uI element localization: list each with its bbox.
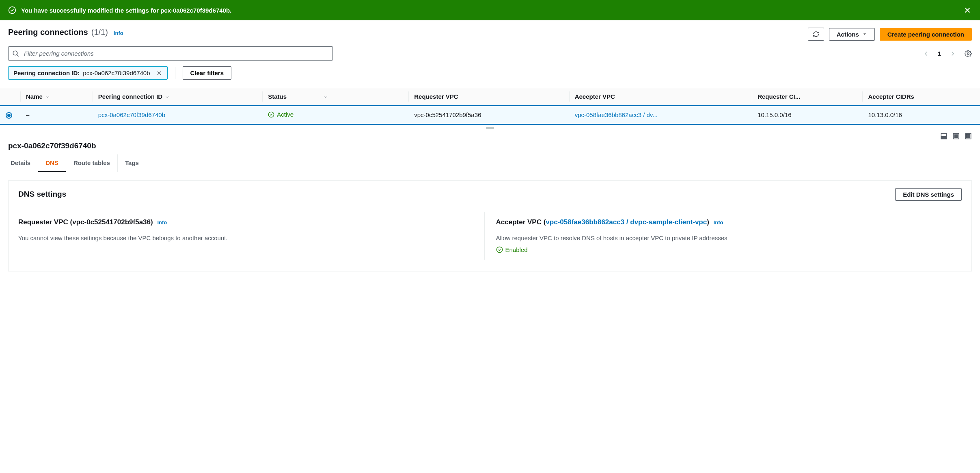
detail-layout-controls [0, 131, 980, 141]
cell-req-cidr: 10.15.0.0/16 [752, 105, 862, 125]
svg-point-1 [13, 51, 17, 55]
svg-point-3 [269, 112, 274, 117]
layout-option-icon[interactable] [952, 132, 960, 140]
acc-prefix: Accepter VPC ( [496, 218, 546, 226]
acc-vpc-link[interactable]: vpc-058fae36bb862acc3 / dvpc-sample-clie… [546, 218, 707, 226]
accepter-vpc-section: Accepter VPC (vpc-058fae36bb862acc3 / dv… [484, 212, 962, 260]
layout-option-icon[interactable] [965, 132, 972, 140]
clear-filters-button[interactable]: Clear filters [183, 66, 232, 80]
col-name[interactable]: Name [20, 88, 93, 105]
table-row[interactable]: – pcx-0a062c70f39d6740b Active vpc-0c525… [0, 105, 980, 125]
cell-acc-cidr: 10.13.0.0/16 [862, 105, 980, 125]
row-radio[interactable] [6, 112, 12, 119]
col-req-vpc[interactable]: Requester VPC [408, 88, 569, 105]
filter-chip[interactable]: Peering connection ID: pcx-0a062c70f39d6… [8, 66, 168, 80]
tab-route-tables[interactable]: Route tables [66, 154, 117, 172]
sort-icon [45, 95, 50, 100]
svg-point-10 [496, 247, 502, 252]
tab-dns[interactable]: DNS [38, 154, 66, 172]
close-icon[interactable] [963, 6, 972, 15]
cell-acc-vpc-link[interactable]: vpc-058fae36bb862acc3 / dv... [575, 111, 658, 118]
dns-settings-heading: DNS settings [18, 190, 66, 199]
dns-settings-card: DNS settings Edit DNS settings Requester… [8, 180, 972, 271]
cell-pcx-link[interactable]: pcx-0a062c70f39d6740b [98, 111, 165, 118]
info-link[interactable]: Info [714, 219, 723, 226]
cell-req-vpc: vpc-0c52541702b9f5a36 [408, 105, 569, 125]
page-number: 1 [938, 50, 941, 57]
search-input[interactable] [8, 46, 333, 61]
req-vpc-id: vpc-0c52541702b9f5a36 [72, 218, 151, 226]
status-ok-icon [496, 246, 503, 253]
pager: 1 [922, 50, 972, 57]
page-title: Peering connections [8, 28, 88, 37]
filter-row: Peering connection ID: pcx-0a062c70f39d6… [8, 66, 972, 80]
col-req-cidr[interactable]: Requester CI... [752, 88, 862, 105]
tabs: Details DNS Route tables Tags [0, 154, 980, 172]
status-ok-icon [268, 111, 274, 118]
next-page-icon[interactable] [949, 50, 956, 57]
chip-value: pcx-0a062c70f39d6740b [83, 69, 150, 76]
banner-message: You have successfully modified the setti… [21, 7, 231, 14]
col-status[interactable]: Status [262, 88, 408, 105]
divider [175, 67, 175, 79]
svg-point-0 [9, 7, 16, 14]
chip-label: Peering connection ID: [13, 69, 80, 76]
remove-chip-icon[interactable] [156, 70, 162, 76]
info-link[interactable]: Info [114, 30, 123, 36]
req-body-text: You cannot view these settings because t… [18, 234, 484, 242]
dns-enabled-status: Enabled [496, 246, 962, 253]
svg-rect-7 [954, 135, 958, 138]
col-acc-vpc[interactable]: Accepter VPC [569, 88, 752, 105]
requester-vpc-section: Requester VPC (vpc-0c52541702b9f5a36) In… [18, 212, 484, 260]
sort-icon [323, 95, 328, 100]
cell-name: – [20, 105, 93, 125]
caret-down-icon [862, 32, 867, 37]
refresh-icon [813, 31, 819, 37]
page-header: Peering connections (1/1) Info Actions C… [8, 28, 972, 41]
table: Name Peering connection ID Status Reques… [0, 88, 980, 125]
info-link[interactable]: Info [157, 219, 167, 226]
success-banner: You have successfully modified the setti… [0, 0, 980, 20]
create-peering-button[interactable]: Create peering connection [880, 28, 972, 41]
req-prefix: Requester VPC ( [18, 218, 72, 226]
svg-rect-5 [941, 136, 947, 139]
success-icon [8, 6, 16, 14]
req-suffix: ) [151, 218, 153, 226]
layout-option-icon[interactable] [940, 132, 948, 140]
actions-button[interactable]: Actions [829, 28, 875, 41]
actions-label: Actions [837, 31, 859, 38]
edit-dns-button[interactable]: Edit DNS settings [895, 188, 962, 201]
tab-details[interactable]: Details [8, 154, 38, 172]
col-pcx[interactable]: Peering connection ID [93, 88, 262, 105]
detail-title: pcx-0a062c70f39d6740b [0, 141, 980, 154]
gear-icon[interactable] [965, 50, 972, 57]
search-row: 1 [8, 46, 972, 61]
prev-page-icon[interactable] [922, 50, 930, 57]
svg-point-2 [967, 52, 969, 54]
refresh-button[interactable] [808, 28, 824, 41]
resize-handle[interactable] [0, 125, 980, 131]
acc-body-text: Allow requester VPC to resolve DNS of ho… [496, 234, 962, 242]
col-acc-cidr[interactable]: Accepter CIDRs [862, 88, 980, 105]
item-count: (1/1) [91, 28, 108, 37]
tab-tags[interactable]: Tags [117, 154, 146, 172]
cell-status: Active [268, 111, 294, 118]
enabled-label: Enabled [505, 246, 528, 253]
sort-icon [165, 95, 170, 100]
svg-rect-9 [967, 134, 970, 138]
search-icon [12, 50, 19, 57]
acc-suffix: ) [707, 218, 709, 226]
